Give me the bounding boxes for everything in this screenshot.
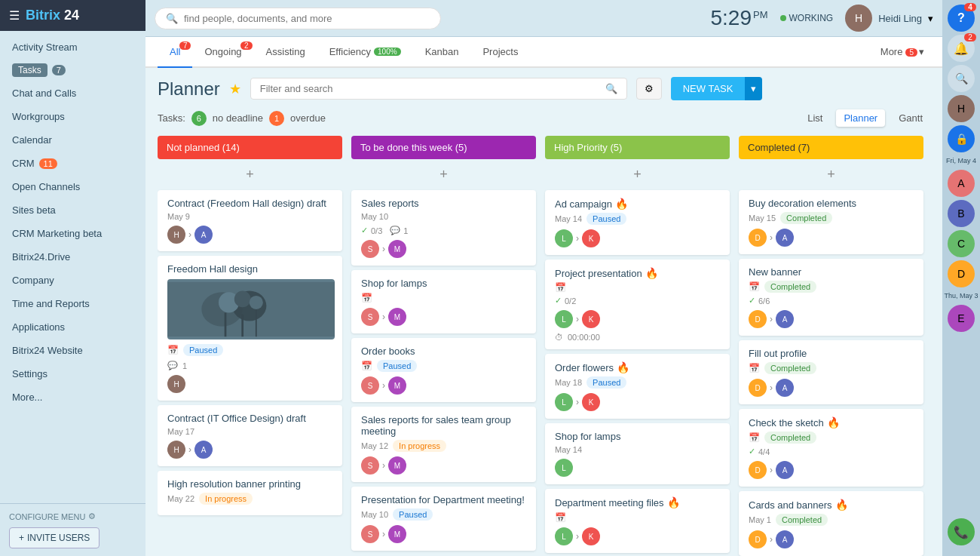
table-row[interactable]: Buy decoration elements May 15 Completed… [739,190,923,254]
avatar: H [167,226,185,244]
table-row[interactable]: Shop for lamps 📅 S › M [351,270,536,333]
checklist-meta: ✓ 4/4 [749,447,916,456]
settings-button[interactable]: ⚙ [636,78,662,100]
avatar: D [749,229,767,247]
sidebar-item-activity[interactable]: Activity Stream [0,35,145,59]
task-date: May 15 [749,213,776,223]
sidebar-item-tasks[interactable]: Tasks 7 [0,59,145,81]
avatar: M [388,240,406,258]
sidebar-item-crm[interactable]: CRM 11 [0,152,145,175]
status-badge: Completed [776,514,828,526]
filter-search-box[interactable]: 🔍 [250,78,627,100]
planner-view-button[interactable]: Planner [836,109,885,127]
sidebar-item-chat[interactable]: Chat and Calls [0,81,145,105]
time-value: 00:00:00 [568,333,600,342]
filter-input[interactable] [260,83,599,94]
sidebar-item-label: Workgroups [12,111,65,122]
avatar[interactable]: B [948,200,975,227]
table-row[interactable]: High resolution banner printing May 22 I… [158,471,342,515]
working-status[interactable]: WORKING [780,13,834,23]
phone-button[interactable]: 📞 [948,518,975,545]
tab-ongoing-badge: 2 [240,41,253,50]
table-row[interactable]: Cards and banners 🔥 May 1 Completed D › … [739,491,923,556]
arrow-icon: › [770,382,773,393]
avatar: K [582,310,600,328]
sidebar-item-settings[interactable]: Settings [0,362,145,386]
table-row[interactable]: Fill out profile 📅 Completed D › A [739,340,923,404]
task-title: Check the sketch 🔥 [749,416,916,429]
col-add-completed[interactable]: + [739,164,923,186]
table-row[interactable]: Sales reports for sales team group meeti… [351,407,536,482]
sidebar-footer: CONFIGURE MENU ⚙ + INVITE USERS [0,503,145,556]
avatar[interactable]: H [948,95,975,122]
arrow-icon: › [382,460,385,471]
lock-icon-button[interactable]: 🔒 [948,125,975,152]
comment-count: 1 [403,226,408,235]
table-row[interactable]: Order books 📅 Paused S › M [351,338,536,402]
tab-projects[interactable]: Projects [470,37,530,66]
search-input[interactable] [184,13,430,24]
sidebar-item-workgroups[interactable]: Workgroups [0,105,145,128]
table-row[interactable]: Shop for lamps May 14 L [545,423,730,484]
table-row[interactable]: Check the sketch 🔥 📅 Completed ✓ 4/4 D ›… [739,409,923,487]
tab-kanban[interactable]: Kanban [413,37,471,66]
table-row[interactable]: Ad campaign 🔥 May 14 Paused L › K [545,190,730,255]
table-row[interactable]: Order flowers 🔥 May 18 Paused L › K [545,354,730,419]
sidebar-item-open-channels[interactable]: Open Channels [0,175,145,198]
sidebar-item-crm-marketing[interactable]: CRM Marketing beta [0,222,145,245]
gantt-view-button[interactable]: Gantt [891,109,930,127]
menu-toggle-icon[interactable]: ☰ [9,8,20,23]
new-task-controls: NEW TASK ▾ [671,77,763,100]
table-row[interactable]: Project presentation 🔥 📅 ✓ 0/2 L › K [545,260,730,349]
tasks-label[interactable]: Tasks [12,63,47,77]
invite-users-button[interactable]: + INVITE USERS [9,527,100,548]
user-info[interactable]: H Heidi Ling ▾ [845,5,933,32]
sidebar-item-sites[interactable]: Sites beta [0,198,145,222]
table-row[interactable]: Presentation for Department meeting! May… [351,487,536,551]
table-row[interactable]: Freedom Hall design [158,256,342,401]
avatar[interactable]: D [948,260,975,287]
sidebar-item-more[interactable]: More... [0,386,145,409]
col-title: High Priority (5) [554,142,622,153]
sidebar-item-company[interactable]: Company [0,269,145,292]
list-view-button[interactable]: List [800,109,830,127]
search-box[interactable]: 🔍 [155,8,441,29]
arrow-icon: › [770,534,773,545]
table-row[interactable]: Contract (IT Office Design) draft May 17… [158,405,342,466]
tab-all[interactable]: All 7 [158,37,192,68]
new-task-dropdown-button[interactable]: ▾ [745,77,762,100]
search-button[interactable]: 🔍 [948,65,975,92]
table-row[interactable]: Contract (Freedom Hall design) draft May… [158,190,342,251]
tab-efficiency[interactable]: Efficiency 100% [317,37,413,66]
table-row[interactable]: Sales reports May 10 ✓ 0/3 💬 1 S › M [351,190,536,266]
task-date: May 12 [361,441,388,450]
sidebar-item-applications[interactable]: Applications [0,315,145,339]
date-label-thursday: Thu, May 3 [944,290,978,302]
avatar[interactable]: C [948,230,975,257]
avatar[interactable]: A [948,170,975,197]
tab-assisting[interactable]: Assisting [254,37,317,66]
avatar: L [555,527,573,545]
new-task-button[interactable]: NEW TASK [671,77,746,100]
arrow-icon: › [382,244,385,254]
question-icon-button[interactable]: ? 4 [948,5,975,32]
table-row[interactable]: New banner 📅 Completed ✓ 6/6 D › A [739,259,923,336]
tab-ongoing[interactable]: Ongoing 2 [192,37,253,66]
col-add-to-be-done[interactable]: + [351,164,536,186]
col-add-high-priority[interactable]: + [545,164,730,186]
column-to-be-done: To be done this week (5) + Sales reports… [351,136,536,556]
sidebar-item-calendar[interactable]: Calendar [0,128,145,152]
task-avatars: S › M [361,525,528,543]
configure-menu[interactable]: CONFIGURE MENU ⚙ [9,511,136,521]
col-add-not-planned[interactable]: + [158,164,342,186]
favorite-star-icon[interactable]: ★ [229,81,241,97]
sidebar-item-time-reports[interactable]: Time and Reports [0,292,145,315]
avatar[interactable]: E [948,305,975,332]
arrow-icon: › [770,232,773,243]
sidebar-item-drive[interactable]: Bitrix24.Drive [0,245,145,269]
task-title: Department meeting files 🔥 [555,496,722,508]
table-row[interactable]: Department meeting files 🔥 📅 L › K [545,489,730,553]
sidebar-item-website[interactable]: Bitrix24 Website [0,339,145,362]
tab-more[interactable]: More 5 ▾ [874,37,930,66]
notifications-button[interactable]: 🔔 2 [948,35,975,62]
